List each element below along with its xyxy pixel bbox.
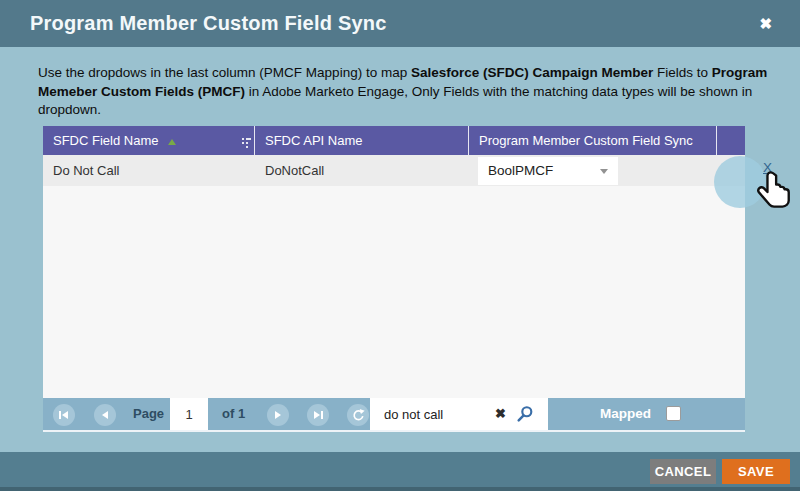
dialog-title: Program Member Custom Field Sync xyxy=(30,0,386,47)
instruction-part: Fields to xyxy=(653,65,712,80)
search-icon[interactable] xyxy=(516,405,534,427)
pmcf-mapping-dropdown[interactable]: BoolPMCF xyxy=(478,157,618,185)
clear-search-icon[interactable]: ✖ xyxy=(495,398,506,430)
page-number-input[interactable] xyxy=(170,398,208,430)
column-header-pmcf-sync[interactable]: Program Member Custom Field Sync xyxy=(469,126,717,155)
page-count-label: of 1 xyxy=(222,398,245,430)
last-page-icon xyxy=(312,409,324,421)
dialog-titlebar: Program Member Custom Field Sync ✖ xyxy=(0,0,800,47)
dialog-footer: CANCEL SAVE xyxy=(0,452,800,487)
close-icon[interactable]: ✖ xyxy=(759,0,772,47)
cancel-button[interactable]: CANCEL xyxy=(650,459,716,484)
cell-remove-action: X xyxy=(717,155,745,186)
previous-page-icon xyxy=(99,409,111,421)
table-empty-area xyxy=(43,186,745,398)
pagination-toolbar: Page of 1 ✖ xyxy=(43,398,745,432)
instruction-text: Use the dropdows in the last column (PMC… xyxy=(38,64,768,120)
last-page-button[interactable] xyxy=(307,404,329,426)
hand-cursor-icon xyxy=(755,169,797,215)
search-input[interactable] xyxy=(370,398,490,430)
column-header-actions xyxy=(717,126,745,155)
dropdown-selected-value: BoolPMCF xyxy=(488,163,553,178)
column-header-label: SFDC Field Name xyxy=(53,133,158,148)
table-header-row: SFDC Field Name SFDC API Name Program Me… xyxy=(43,126,745,155)
cell-sfdc-api-name: DoNotCall xyxy=(255,163,469,178)
dialog-bottom-border xyxy=(0,487,800,491)
column-header-sfdc-field-name[interactable]: SFDC Field Name xyxy=(43,126,255,155)
instruction-bold-sfdc: Salesforce (SFDC) Campaign Member xyxy=(411,65,653,80)
column-menu-icon[interactable] xyxy=(242,130,251,141)
next-page-button[interactable] xyxy=(267,404,289,426)
page-label: Page xyxy=(133,398,164,430)
instruction-part: Use the dropdows in the last column (PMC… xyxy=(38,65,411,80)
column-header-sfdc-api-name[interactable]: SFDC API Name xyxy=(255,126,469,155)
next-page-icon xyxy=(272,409,284,421)
sort-ascending-icon xyxy=(168,139,176,145)
search-box: ✖ xyxy=(370,398,548,430)
table-row[interactable]: Do Not Call DoNotCall BoolPMCF X xyxy=(43,155,745,186)
mapped-checkbox[interactable] xyxy=(666,406,681,421)
cell-sfdc-field-name: Do Not Call xyxy=(43,163,255,178)
field-mapping-table: SFDC Field Name SFDC API Name Program Me… xyxy=(43,126,745,398)
refresh-icon xyxy=(351,408,365,422)
program-member-custom-field-sync-dialog: Program Member Custom Field Sync ✖ Use t… xyxy=(0,0,800,491)
cell-pmcf-mapping: BoolPMCF xyxy=(469,157,717,185)
previous-page-button[interactable] xyxy=(94,404,116,426)
first-page-button[interactable] xyxy=(53,404,75,426)
chevron-down-icon xyxy=(600,169,608,174)
refresh-button[interactable] xyxy=(347,404,369,426)
mapped-filter-label: Mapped xyxy=(600,398,651,430)
first-page-icon xyxy=(58,409,70,421)
save-button[interactable]: SAVE xyxy=(722,459,790,484)
